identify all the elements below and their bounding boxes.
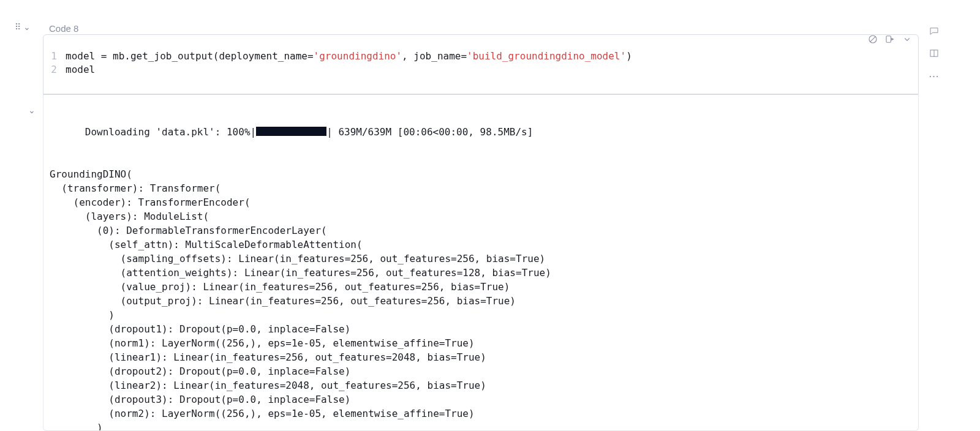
collapse-input-chevron-icon[interactable]: ⌄ [23, 22, 31, 32]
run-play-icon [884, 34, 895, 45]
split-view-button[interactable] [929, 48, 940, 61]
output-line: (dropout1): Dropout(p=0.0, inplace=False… [50, 322, 912, 336]
code-line[interactable]: model [66, 63, 95, 77]
model-repr-output: GroundingDINO( (transformer): Transforme… [50, 153, 912, 431]
cell-side-toolbar: ⋯ [929, 26, 940, 83]
svg-line-1 [870, 37, 875, 42]
run-cell-button[interactable] [884, 34, 895, 45]
output-line: (sampling_offsets): Linear(in_features=2… [50, 252, 912, 266]
split-panel-icon [929, 48, 940, 59]
output-line: (layers): ModuleList( [50, 209, 912, 223]
run-options-chevron-icon[interactable] [902, 34, 913, 45]
output-line: ) [50, 308, 912, 322]
output-line: (dropout3): Dropout(p=0.0, inplace=False… [50, 392, 912, 407]
progress-bar-fill [256, 127, 326, 136]
output-line: ) [50, 421, 912, 431]
output-line: (self_attn): MultiScaleDeformableAttenti… [50, 238, 912, 252]
more-actions-button[interactable]: ⋯ [929, 70, 940, 83]
comment-icon [929, 26, 940, 37]
slash-circle-icon [867, 34, 878, 45]
output-line: (linear2): Linear(in_features=2048, out_… [50, 378, 912, 392]
output-line: (norm2): LayerNorm((256,), eps=1e-05, el… [50, 407, 912, 421]
output-line: (linear1): Linear(in_features=256, out_f… [50, 350, 912, 364]
output-line [50, 153, 912, 167]
svg-marker-3 [891, 38, 894, 41]
download-progress-line: Downloading 'data.pkl': 100%|| 639M/639M… [50, 111, 912, 153]
output-line: (encoder): TransformerEncoder( [50, 195, 912, 209]
download-suffix: | 639M/639M [00:06<00:00, 98.5MB/s] [326, 126, 533, 138]
cell-drag-handle-icon[interactable]: ⠿ [15, 22, 21, 32]
clear-output-button[interactable] [867, 34, 878, 45]
line-number: 1 [43, 50, 66, 63]
cell-label: Code 8 [49, 23, 78, 34]
output-line: (transformer): Transformer( [50, 181, 912, 195]
svg-rect-2 [886, 36, 891, 43]
output-line: (dropout2): Dropout(p=0.0, inplace=False… [50, 364, 912, 378]
output-line: GroundingDINO( [50, 167, 912, 181]
cell-output: Downloading 'data.pkl': 100%|| 639M/639M… [43, 94, 919, 431]
output-line: (value_proj): Linear(in_features=256, ou… [50, 280, 912, 294]
collapse-output-chevron-icon[interactable]: ⌄ [28, 105, 36, 115]
code-cell-input[interactable]: 1model = mb.get_job_output(deployment_na… [43, 34, 919, 94]
output-line: (norm1): LayerNorm((256,), eps=1e-05, el… [50, 336, 912, 350]
add-comment-button[interactable] [929, 26, 940, 39]
line-number: 2 [43, 63, 66, 77]
output-line: (0): DeformableTransformerEncoderLayer( [50, 223, 912, 238]
cell-toolbar [867, 34, 913, 45]
output-line: (attention_weights): Linear(in_features=… [50, 266, 912, 280]
output-line: (output_proj): Linear(in_features=256, o… [50, 294, 912, 308]
code-line[interactable]: model = mb.get_job_output(deployment_nam… [66, 50, 632, 63]
download-prefix: Downloading 'data.pkl': 100%| [85, 126, 256, 138]
